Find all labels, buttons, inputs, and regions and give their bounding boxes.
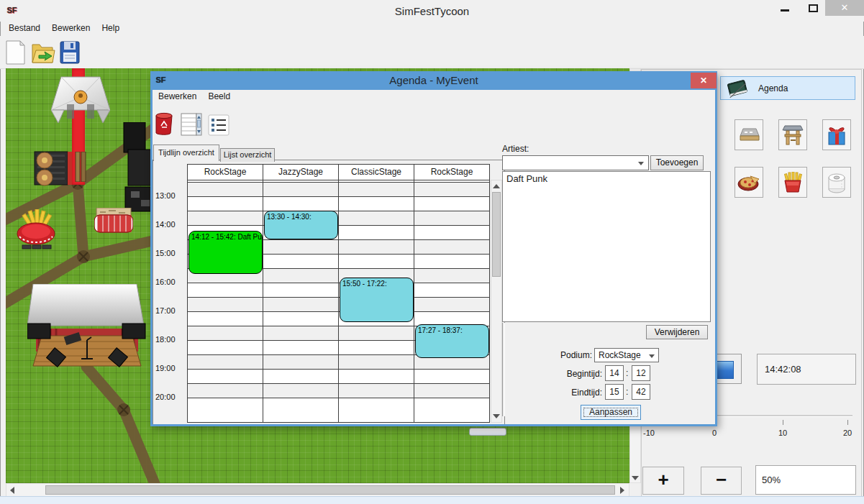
podium-combobox[interactable]: RockStage (594, 348, 659, 362)
minimize-button[interactable] (774, 0, 796, 16)
apply-button[interactable]: Aanpassen (581, 405, 641, 420)
play-icon (714, 361, 734, 379)
map-horizontal-scrollbar[interactable] (6, 483, 629, 497)
time-label-13:00: 13:00 (155, 191, 185, 200)
focus-rect (583, 408, 638, 417)
schedule-event[interactable]: 17:27 - 18:37: (415, 324, 489, 358)
stage-header-row: RockStageJazzyStageClassicStageRockStage (187, 164, 490, 180)
scroll-left-icon[interactable] (10, 487, 14, 494)
stage-header-rockstage: RockStage (414, 165, 489, 180)
agenda-book-icon (725, 78, 750, 98)
gate-button[interactable] (778, 119, 807, 150)
dialog-titlebar[interactable]: SF Agenda - MyEvent (150, 71, 717, 90)
dialog-menu-item-beeld[interactable]: Beeld (202, 90, 236, 103)
slider-tick-label: 0 (704, 429, 725, 437)
scroll-right-icon[interactable] (620, 487, 624, 494)
time-label-20:00: 20:00 (155, 393, 185, 401)
schedule-event[interactable]: 15:50 - 17:22: (340, 278, 414, 321)
podium-label: Podium: (543, 350, 592, 360)
maximize-icon (809, 4, 818, 12)
main-menubar: BestandBewerkenHelp (3, 22, 859, 36)
road-tile-button[interactable] (735, 119, 763, 150)
dialog-menubar: BewerkenBeeld (153, 90, 715, 106)
delete-event-button[interactable] (155, 111, 173, 138)
artist-listbox[interactable]: Daft Punk (502, 171, 711, 322)
pizza-button[interactable] (735, 167, 763, 198)
timeline-grid: RockStageJazzyStageClassicStageRockStage… (153, 160, 505, 425)
toilet-paper-button[interactable] (822, 167, 851, 198)
column-divider (414, 180, 414, 423)
application-window: SF SimFestTycoon ✕ BestandBewerkenHelp (0, 0, 864, 504)
grid-scroll-up-icon[interactable] (493, 184, 500, 188)
tab-tijdlijn-overzicht[interactable]: Tijdlijn overzicht (153, 145, 219, 161)
end-minute-field[interactable]: 42 (632, 384, 650, 400)
slider-tick-label: -10 (638, 429, 660, 437)
open-folder-icon (30, 39, 56, 66)
end-hour-field[interactable]: 15 (605, 384, 624, 400)
open-file-button[interactable] (30, 39, 56, 66)
time-separator: : (626, 368, 628, 378)
agenda-button-label: Agenda (758, 83, 788, 93)
slider-tick (783, 420, 783, 425)
scroll-down-icon[interactable] (632, 476, 639, 480)
save-file-button[interactable] (58, 39, 83, 66)
schedule-event[interactable]: 13:30 - 14:30: (264, 211, 338, 239)
start-minute-field[interactable]: 12 (632, 365, 650, 381)
agenda-dialog: SF Agenda - MyEvent ✕ BewerkenBeeld (150, 71, 717, 426)
artist-label: Artiest: (502, 144, 529, 154)
start-hour-field[interactable]: 14 (605, 365, 624, 381)
list-view-button[interactable] (208, 114, 229, 138)
zoom-in-button[interactable]: + (642, 467, 684, 495)
menu-item-bestand[interactable]: Bestand (3, 22, 46, 35)
main-toolbar (0, 36, 864, 69)
minimize-icon (781, 9, 789, 12)
artist-list-item[interactable]: Daft Punk (503, 172, 710, 185)
road-tile-icon (737, 126, 760, 145)
grid-scroll-down-icon[interactable] (493, 414, 500, 418)
timeline-grid-icon (181, 113, 202, 136)
menu-item-help[interactable]: Help (96, 22, 125, 35)
timeline-view-button[interactable] (181, 113, 202, 138)
gate-icon (782, 124, 804, 146)
dialog-title: Agenda - MyEvent (150, 74, 717, 86)
dialog-close-button[interactable]: ✕ (691, 73, 717, 88)
main-titlebar: SF SimFestTycoon ✕ (0, 0, 864, 22)
schedule-event[interactable]: 14:12 - 15:42: Daft Punk (188, 231, 263, 274)
window-title: SimFestTycoon (0, 5, 864, 17)
grid-scroll-thumb[interactable] (492, 192, 501, 277)
fries-icon (783, 172, 803, 193)
add-artist-button[interactable]: Toevoegen (650, 155, 704, 170)
stage-header-classicstage: ClassicStage (339, 165, 414, 180)
time-label-17:00: 17:00 (155, 306, 185, 315)
map-object-sliver (469, 428, 506, 436)
toilet-paper-icon (826, 172, 847, 193)
start-time-label: Begintijd: (545, 369, 602, 379)
gift-button[interactable] (822, 119, 851, 150)
list-view-icon (208, 114, 229, 136)
artist-combobox[interactable] (502, 155, 649, 170)
chevron-down-icon (649, 354, 655, 358)
fries-button[interactable] (778, 167, 807, 198)
agenda-button[interactable]: Agenda (720, 76, 855, 100)
zoom-out-button[interactable]: − (701, 467, 742, 495)
close-button[interactable]: ✕ (825, 0, 864, 16)
zoom-level-field[interactable]: 50% (755, 465, 856, 495)
stage-header-rockstage: RockStage (188, 165, 263, 180)
new-file-button[interactable] (3, 39, 29, 66)
grid-vertical-scrollbar[interactable] (491, 180, 502, 423)
tab-lijst-overzicht[interactable]: Lijst overzicht (220, 148, 275, 162)
pizza-icon (737, 173, 760, 192)
dialog-menu-item-bewerken[interactable]: Bewerken (153, 90, 202, 103)
delete-trash-icon (155, 111, 173, 136)
new-document-icon (3, 39, 27, 66)
menu-item-bewerken[interactable]: Bewerken (46, 22, 96, 35)
gift-icon (825, 124, 848, 147)
map-hscroll-thumb[interactable] (45, 485, 615, 495)
schedule-body[interactable]: 14:12 - 15:42: Daft Punk13:30 - 14:30:15… (187, 180, 490, 423)
main-stage (27, 284, 147, 369)
time-label-16:00: 16:00 (155, 278, 185, 286)
panel-groove (502, 323, 505, 416)
maximize-button[interactable] (803, 0, 824, 16)
party-tent (51, 73, 110, 127)
remove-artist-button[interactable]: Verwijderen (646, 325, 708, 339)
